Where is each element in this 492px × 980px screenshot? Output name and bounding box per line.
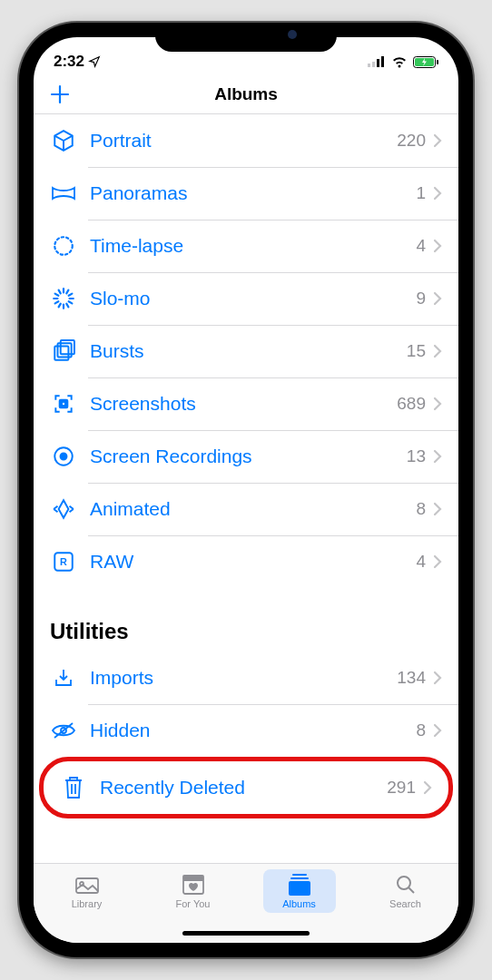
record-icon: [50, 445, 77, 468]
bursts-icon: [50, 339, 77, 363]
row-label: Screenshots: [90, 393, 397, 415]
status-right: [368, 56, 438, 68]
svg-rect-37: [292, 874, 307, 876]
row-count: 1: [416, 183, 426, 203]
svg-rect-3: [381, 56, 384, 67]
battery-icon: [413, 56, 438, 68]
row-count: 13: [407, 446, 426, 466]
svg-line-11: [69, 301, 73, 303]
location-icon: [88, 55, 101, 68]
utility-row-hidden[interactable]: Hidden8: [34, 704, 458, 757]
svg-line-20: [66, 290, 68, 294]
content-list: Portrait220Panoramas1Time-lapse4Slo-mo9B…: [34, 114, 458, 863]
chevron-right-icon: [423, 780, 432, 795]
chevron-right-icon: [433, 397, 442, 411]
tab-foryou[interactable]: For You: [157, 869, 230, 913]
trash-icon: [60, 776, 87, 799]
svg-point-40: [398, 877, 410, 889]
tab-label: Albums: [282, 898, 316, 909]
search-icon: [395, 874, 417, 896]
media-row-panoramas[interactable]: Panoramas1: [34, 167, 458, 220]
row-label: Portrait: [90, 130, 397, 152]
tab-albums[interactable]: Albums: [263, 869, 336, 913]
cellular-icon: [368, 56, 386, 67]
row-label: RAW: [90, 551, 416, 573]
media-row-time-lapse[interactable]: Time-lapse4: [34, 220, 458, 272]
row-label: Recently Deleted: [100, 777, 387, 799]
timelapse-icon: [50, 234, 77, 258]
svg-point-26: [62, 402, 65, 406]
screenshot-icon: [50, 392, 77, 416]
chevron-right-icon: [433, 291, 442, 306]
hidden-icon: [50, 721, 77, 740]
media-row-bursts[interactable]: Bursts15: [34, 325, 458, 377]
row-count: 4: [416, 236, 426, 256]
nav-title: Albums: [34, 84, 458, 104]
svg-rect-1: [372, 62, 375, 67]
media-types-section: Portrait220Panoramas1Time-lapse4Slo-mo9B…: [34, 114, 458, 588]
tab-label: Library: [72, 898, 103, 909]
tab-label: For You: [176, 898, 211, 909]
svg-rect-0: [368, 64, 370, 67]
status-time: 2:32: [54, 53, 84, 71]
media-row-portrait[interactable]: Portrait220: [34, 114, 458, 167]
row-count: 689: [397, 394, 426, 414]
tab-library[interactable]: Library: [51, 869, 123, 913]
tab-label: Search: [389, 898, 421, 909]
utilities-header: Utilities: [34, 588, 458, 652]
svg-line-21: [69, 294, 73, 296]
phone-frame: 2:32 Albums Portrait220Panoramas1Time-la…: [19, 23, 473, 957]
media-row-animated[interactable]: Animated8: [34, 483, 458, 535]
svg-rect-33: [76, 878, 98, 893]
svg-rect-2: [377, 59, 379, 67]
utility-row-imports[interactable]: Imports134: [34, 652, 458, 704]
library-icon: [74, 875, 100, 895]
chevron-right-icon: [433, 671, 442, 685]
cube-icon: [50, 129, 77, 152]
row-label: Imports: [90, 667, 397, 689]
svg-rect-6: [437, 60, 438, 64]
row-count: 8: [416, 499, 426, 519]
animated-icon: [50, 497, 77, 521]
media-row-raw[interactable]: RRAW4: [34, 535, 458, 588]
wifi-icon: [391, 56, 408, 68]
svg-rect-36: [183, 876, 203, 880]
media-row-screen-recordings[interactable]: Screen Recordings13: [34, 430, 458, 483]
status-left: 2:32: [54, 53, 101, 71]
svg-line-41: [408, 887, 414, 893]
row-count: 134: [397, 668, 426, 688]
row-label: Time-lapse: [90, 235, 416, 257]
chevron-right-icon: [433, 554, 442, 569]
import-icon: [50, 667, 77, 689]
svg-rect-39: [289, 881, 310, 896]
svg-line-18: [59, 290, 61, 294]
svg-rect-38: [290, 877, 309, 879]
chevron-right-icon: [433, 723, 442, 738]
chevron-right-icon: [433, 186, 442, 201]
slomo-icon: [50, 287, 77, 310]
utility-row-recently-deleted[interactable]: Recently Deleted291: [44, 761, 448, 814]
albums-icon: [287, 874, 312, 896]
pano-icon: [50, 185, 77, 201]
media-row-screenshots[interactable]: Screenshots689: [34, 377, 458, 430]
svg-line-14: [59, 304, 61, 308]
svg-line-17: [55, 294, 59, 296]
tab-search[interactable]: Search: [369, 869, 442, 913]
chevron-right-icon: [433, 502, 442, 516]
row-count: 4: [416, 552, 426, 572]
nav-bar: Albums: [34, 77, 458, 114]
chevron-right-icon: [433, 449, 442, 464]
media-row-slo-mo[interactable]: Slo-mo9: [34, 272, 458, 325]
home-indicator[interactable]: [182, 931, 310, 936]
row-label: Hidden: [90, 720, 416, 741]
row-count: 15: [407, 341, 426, 361]
svg-line-12: [66, 304, 68, 308]
screen: 2:32 Albums Portrait220Panoramas1Time-la…: [34, 37, 458, 943]
chevron-right-icon: [433, 344, 442, 358]
chevron-right-icon: [433, 239, 442, 253]
add-button[interactable]: [50, 84, 70, 104]
plus-icon: [50, 84, 70, 104]
row-label: Screen Recordings: [90, 446, 407, 467]
row-count: 9: [416, 289, 426, 309]
row-label: Slo-mo: [90, 288, 416, 309]
